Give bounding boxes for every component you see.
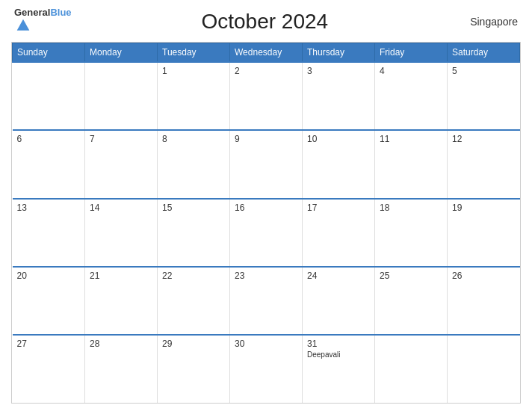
day-number: 6 (17, 134, 81, 144)
calendar-day: 30 (230, 335, 303, 403)
day-number: 15 (162, 203, 225, 213)
calendar-day: 22 (158, 267, 230, 335)
page: GeneralBlue October 2024 Singapore Sunda… (0, 0, 532, 411)
calendar-day: 19 (448, 199, 520, 267)
calendar-day (375, 335, 448, 403)
calendar-day: 1 (158, 62, 230, 130)
day-number: 17 (307, 203, 370, 213)
calendar-day: 2 (230, 62, 303, 130)
calendar-day: 4 (375, 62, 448, 130)
calendar-day: 31Deepavali (303, 335, 375, 403)
calendar-day: 23 (230, 267, 303, 335)
day-number: 2 (235, 66, 297, 76)
day-number: 18 (380, 203, 442, 213)
calendar-day: 8 (158, 130, 230, 198)
calendar-day: 17 (303, 199, 375, 267)
day-number: 19 (452, 203, 516, 213)
day-number: 31 (307, 339, 370, 349)
calendar-day (13, 62, 85, 130)
day-number: 27 (17, 339, 81, 349)
day-number: 11 (380, 134, 442, 144)
day-number: 29 (162, 339, 225, 349)
calendar-day: 3 (303, 62, 375, 130)
calendar-day: 12 (448, 130, 520, 198)
col-friday: Friday (375, 43, 448, 63)
calendar-week-row: 20212223242526 (13, 267, 520, 335)
calendar-day: 14 (85, 199, 158, 267)
day-number: 26 (452, 271, 516, 281)
header: GeneralBlue October 2024 Singapore (11, 7, 521, 36)
calendar-day: 9 (230, 130, 303, 198)
col-tuesday: Tuesday (158, 43, 230, 63)
day-number: 7 (90, 134, 152, 144)
logo-icon (16, 18, 31, 33)
col-wednesday: Wednesday (230, 43, 303, 63)
calendar-day (85, 62, 158, 130)
calendar-day: 27 (13, 335, 85, 403)
day-number: 21 (90, 271, 152, 281)
day-number: 23 (235, 271, 297, 281)
day-number: 22 (162, 271, 225, 281)
calendar-day (448, 335, 520, 403)
day-number: 25 (380, 271, 442, 281)
day-number: 10 (307, 134, 370, 144)
day-number: 24 (307, 271, 370, 281)
calendar-week-row: 6789101112 (13, 130, 520, 198)
day-number: 3 (307, 66, 370, 76)
calendar-day: 15 (158, 199, 230, 267)
calendar-day: 13 (13, 199, 85, 267)
day-number: 5 (452, 66, 516, 76)
location-label: Singapore (458, 16, 518, 28)
calendar-week-row: 2728293031Deepavali (13, 335, 520, 403)
calendar-title: October 2024 (72, 10, 458, 34)
day-number: 28 (90, 339, 152, 349)
calendar-day: 24 (303, 267, 375, 335)
col-monday: Monday (85, 43, 158, 63)
calendar: Sunday Monday Tuesday Wednesday Thursday… (11, 42, 521, 404)
calendar-day: 26 (448, 267, 520, 335)
col-sunday: Sunday (13, 43, 85, 63)
calendar-week-row: 13141516171819 (13, 199, 520, 267)
calendar-day: 25 (375, 267, 448, 335)
svg-marker-0 (17, 19, 30, 31)
calendar-day: 10 (303, 130, 375, 198)
calendar-day: 6 (13, 130, 85, 198)
day-number: 8 (162, 134, 225, 144)
calendar-day: 18 (375, 199, 448, 267)
calendar-day: 7 (85, 130, 158, 198)
calendar-day: 21 (85, 267, 158, 335)
calendar-header-row: Sunday Monday Tuesday Wednesday Thursday… (13, 43, 520, 63)
day-number: 16 (235, 203, 297, 213)
logo-text: GeneralBlue (14, 7, 72, 18)
event-label: Deepavali (307, 350, 370, 359)
calendar-week-row: 12345 (13, 62, 520, 130)
day-number: 12 (452, 134, 516, 144)
day-number: 20 (17, 271, 81, 281)
col-thursday: Thursday (303, 43, 375, 63)
calendar-day: 29 (158, 335, 230, 403)
day-number: 1 (162, 66, 225, 76)
calendar-day: 16 (230, 199, 303, 267)
day-number: 4 (380, 66, 442, 76)
col-saturday: Saturday (448, 43, 520, 63)
calendar-day: 28 (85, 335, 158, 403)
day-number: 9 (235, 134, 297, 144)
calendar-day: 20 (13, 267, 85, 335)
day-number: 14 (90, 203, 152, 213)
calendar-day: 11 (375, 130, 448, 198)
logo: GeneralBlue (14, 7, 72, 36)
day-number: 30 (235, 339, 297, 349)
calendar-day: 5 (448, 62, 520, 130)
day-number: 13 (17, 203, 81, 213)
